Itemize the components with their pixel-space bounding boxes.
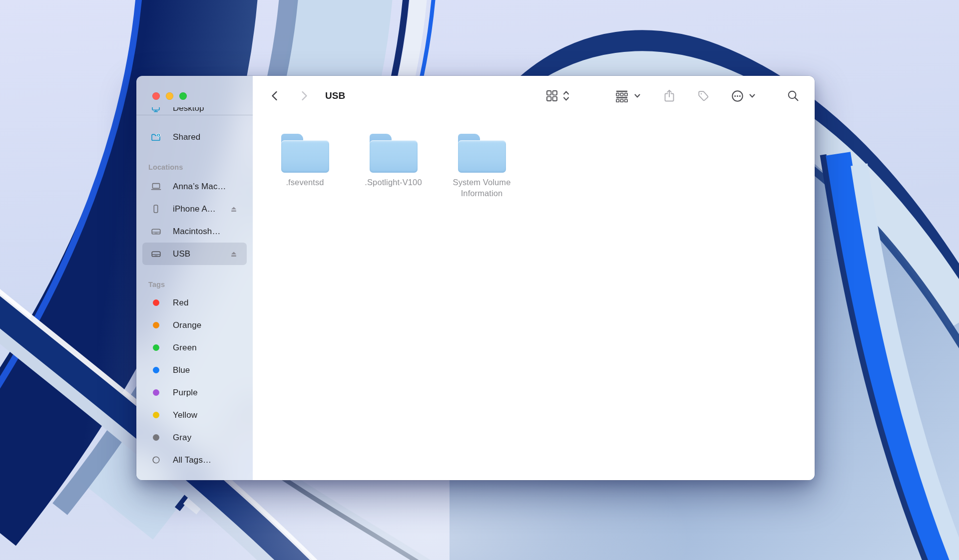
sidebar-item-tag-blue[interactable]: Blue: [142, 359, 247, 381]
sidebar-item-annas-mac[interactable]: Anna’s Mac…: [142, 175, 247, 198]
folder-label: .fseventsd: [286, 177, 324, 188]
folder-system-volume-information[interactable]: System Volume Information: [438, 134, 526, 199]
orange-tag-icon: [149, 322, 162, 328]
sidebar-item-macintosh-hd[interactable]: Macintosh…: [142, 220, 247, 243]
sidebar-item-label: Yellow: [173, 410, 197, 420]
sidebar-item-label: Shared: [173, 132, 200, 142]
more-actions-chevron[interactable]: [749, 92, 756, 99]
all-tags-icon: [149, 456, 162, 464]
view-options-chevrons[interactable]: [562, 89, 570, 102]
close-button[interactable]: [152, 92, 160, 100]
desktop: Desktop Shared Locations: [0, 0, 959, 560]
purple-tag-icon: [149, 389, 162, 396]
more-actions-button[interactable]: [731, 89, 744, 103]
sidebar-item-label: Blue: [173, 365, 190, 375]
share-icon: [663, 89, 676, 103]
sidebar-item-iphone[interactable]: iPhone A…: [142, 198, 247, 220]
laptop-icon: [149, 182, 162, 191]
sidebar-item-label: Anna’s Mac…: [173, 182, 226, 192]
sidebar-item-tag-gray[interactable]: Gray: [142, 426, 247, 449]
sidebar-item-label: Macintosh…: [173, 227, 220, 237]
sidebar-section-tags: Tags: [142, 280, 247, 289]
sidebar: Desktop Shared Locations: [136, 76, 253, 480]
sidebar-item-usb[interactable]: USB: [142, 243, 247, 265]
sidebar-list: Shared Locations Anna’s Mac… iPhone A…: [136, 115, 253, 480]
sidebar-item-label: iPhone A…: [173, 204, 216, 214]
desktop-icon: [149, 107, 162, 113]
search-button[interactable]: [787, 89, 800, 102]
edit-tags-button[interactable]: [697, 89, 710, 102]
minimize-button[interactable]: [166, 92, 173, 100]
blue-tag-icon: [149, 367, 162, 373]
sidebar-section-locations: Locations: [142, 162, 247, 172]
file-grid: .fseventsd .Spotlight-V100 System Volume…: [253, 116, 815, 209]
sidebar-item-desktop-clipped[interactable]: Desktop: [142, 107, 247, 115]
sidebar-item-label: Gray: [173, 433, 191, 443]
folder-icon: [281, 134, 329, 173]
traffic-lights: [152, 92, 187, 100]
group-icon: [615, 90, 629, 102]
chevron-down-icon: [749, 92, 756, 99]
sidebar-item-tag-yellow[interactable]: Yellow: [142, 404, 247, 426]
sidebar-item-tag-green[interactable]: Green: [142, 336, 247, 359]
folder-icon: [458, 134, 506, 173]
group-by-chevron[interactable]: [634, 92, 641, 99]
search-icon: [787, 89, 800, 102]
sidebar-item-label: All Tags…: [173, 455, 211, 465]
sidebar-item-label: Desktop: [173, 107, 204, 113]
finder-content-pane: USB: [253, 76, 815, 480]
tag-icon: [697, 89, 710, 102]
folder-icon: [370, 134, 418, 173]
sidebar-item-label: Red: [173, 298, 189, 308]
toolbar: USB: [253, 76, 815, 116]
folder-spotlight-v100[interactable]: .Spotlight-V100: [349, 134, 438, 188]
finder-window: Desktop Shared Locations: [136, 76, 815, 480]
view-options-button[interactable]: [545, 89, 558, 102]
folder-fseventsd[interactable]: .fseventsd: [261, 134, 349, 188]
sidebar-item-tag-orange[interactable]: Orange: [142, 314, 247, 336]
eject-button[interactable]: [230, 250, 238, 258]
sidebar-item-tag-red[interactable]: Red: [142, 291, 247, 314]
folder-label: System Volume Information: [444, 177, 520, 199]
sidebar-item-label: Orange: [173, 320, 201, 330]
grid-view-icon: [545, 89, 558, 102]
group-by-button[interactable]: [615, 90, 629, 102]
back-button[interactable]: [269, 89, 281, 103]
sidebar-item-all-tags[interactable]: All Tags…: [142, 449, 247, 471]
sidebar-item-tag-purple[interactable]: Purple: [142, 381, 247, 404]
sidebar-item-label: Green: [173, 343, 197, 353]
shared-folder-icon: [149, 133, 162, 142]
gray-tag-icon: [149, 434, 162, 441]
red-tag-icon: [149, 299, 162, 306]
sidebar-item-label: Purple: [173, 388, 198, 398]
chevron-down-icon: [634, 92, 641, 99]
zoom-button[interactable]: [179, 92, 187, 100]
folder-label: .Spotlight-V100: [365, 177, 422, 188]
sidebar-item-shared[interactable]: Shared: [142, 126, 247, 148]
green-tag-icon: [149, 344, 162, 351]
yellow-tag-icon: [149, 412, 162, 418]
eject-button[interactable]: [230, 205, 238, 213]
internal-drive-icon: [149, 227, 162, 236]
ellipsis-circle-icon: [731, 89, 744, 103]
window-title: USB: [325, 90, 345, 101]
up-down-chevron-icon: [562, 89, 570, 102]
iphone-icon: [149, 204, 162, 214]
forward-button[interactable]: [298, 89, 310, 103]
sidebar-item-label: USB: [173, 249, 190, 259]
external-drive-icon: [149, 250, 162, 258]
share-button[interactable]: [663, 89, 676, 103]
